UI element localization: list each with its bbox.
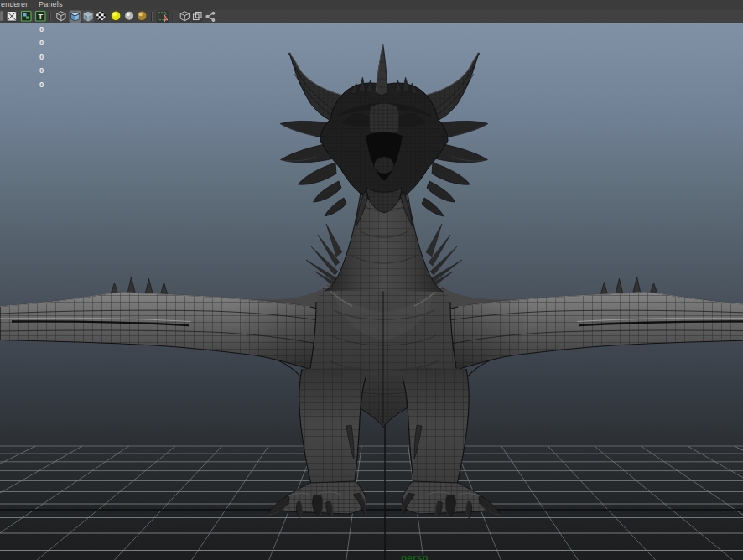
- svg-text:0: 0: [39, 24, 44, 34]
- svg-text:0: 0: [39, 52, 44, 61]
- svg-text:0: 0: [39, 38, 44, 47]
- svg-text:persp: persp: [401, 552, 429, 560]
- svg-text:0: 0: [39, 80, 44, 89]
- svg-text:0: 0: [39, 65, 44, 75]
